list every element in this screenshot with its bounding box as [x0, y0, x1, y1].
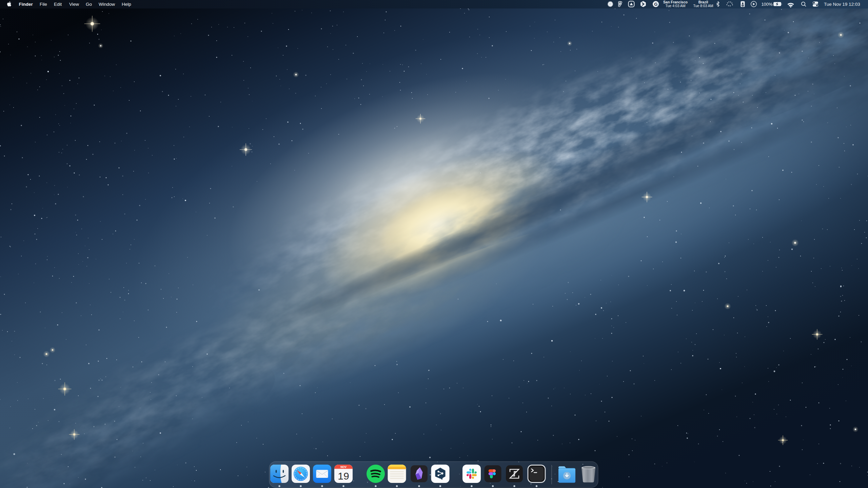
- svg-text:19: 19: [338, 470, 349, 482]
- svg-text:NOV: NOV: [340, 466, 347, 469]
